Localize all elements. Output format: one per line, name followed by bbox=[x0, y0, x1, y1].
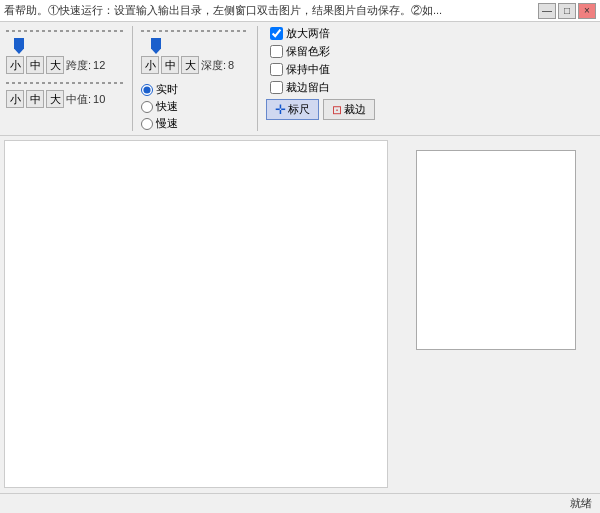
left-canvas[interactable] bbox=[4, 140, 388, 488]
middle-large-btn[interactable]: 大 bbox=[46, 90, 64, 108]
middle-value: 10 bbox=[93, 93, 105, 105]
radio-fast[interactable] bbox=[141, 101, 153, 113]
radio-realtime[interactable] bbox=[141, 84, 153, 96]
title-bar: 看帮助。①快速运行：设置输入输出目录，左侧窗口双击图片，结果图片自动保存。②如.… bbox=[0, 0, 600, 22]
depth-small-btn[interactable]: 小 bbox=[141, 56, 159, 74]
right-canvas-panel bbox=[396, 140, 596, 488]
separator-2 bbox=[257, 26, 258, 131]
radio-slow-row: 慢速 bbox=[141, 116, 249, 131]
speed-radio-group: 实时 快速 慢速 bbox=[141, 82, 249, 131]
separator-1 bbox=[132, 26, 133, 131]
title-controls: — □ × bbox=[538, 3, 596, 19]
middle-medium-btn[interactable]: 中 bbox=[26, 90, 44, 108]
check-median-label: 保持中值 bbox=[286, 62, 330, 77]
radio-realtime-row: 实时 bbox=[141, 82, 249, 97]
left-canvas-panel bbox=[4, 140, 388, 488]
checkbox-group: 放大两倍 保留色彩 保持中值 裁边留白 bbox=[270, 26, 370, 95]
depth-value: 8 bbox=[228, 59, 234, 71]
middle-label: 中值: bbox=[66, 92, 91, 107]
status-bar: 就绪 bbox=[0, 493, 600, 513]
action-buttons: ✛ 标尺 ⊡ 裁边 bbox=[266, 99, 375, 120]
title-text: 看帮助。①快速运行：设置输入输出目录，左侧窗口双击图片，结果图片自动保存。②如.… bbox=[4, 3, 538, 18]
depth-section: 小 中 大 深度: 8 实时 快速 慢速 bbox=[141, 26, 249, 131]
ruler-button[interactable]: ✛ 标尺 bbox=[266, 99, 319, 120]
crop-icon: ⊡ bbox=[332, 103, 342, 117]
middle-small-btn[interactable]: 小 bbox=[6, 90, 24, 108]
width-value: 12 bbox=[93, 59, 105, 71]
radio-slow[interactable] bbox=[141, 118, 153, 130]
radio-slow-label: 慢速 bbox=[156, 116, 178, 131]
radio-fast-row: 快速 bbox=[141, 99, 249, 114]
check-double[interactable] bbox=[270, 27, 283, 40]
check-double-label: 放大两倍 bbox=[286, 26, 330, 41]
width-label: 跨度: bbox=[66, 58, 91, 73]
check-color[interactable] bbox=[270, 45, 283, 58]
minimize-button[interactable]: — bbox=[538, 3, 556, 19]
main-content bbox=[0, 136, 600, 492]
depth-large-btn[interactable]: 大 bbox=[181, 56, 199, 74]
check-crop[interactable] bbox=[270, 81, 283, 94]
check-color-label: 保留色彩 bbox=[286, 44, 330, 59]
ruler-label: 标尺 bbox=[288, 102, 310, 117]
ruler-icon: ✛ bbox=[275, 102, 286, 117]
crop-button[interactable]: ⊡ 裁边 bbox=[323, 99, 375, 120]
width-section: 小 中 大 跨度: 12 小 中 大 中值: 10 bbox=[6, 26, 124, 108]
check-color-row: 保留色彩 bbox=[270, 44, 370, 59]
check-crop-row: 裁边留白 bbox=[270, 80, 370, 95]
options-section: 放大两倍 保留色彩 保持中值 裁边留白 ✛ 标尺 ⊡ 裁边 bbox=[266, 26, 375, 120]
maximize-button[interactable]: □ bbox=[558, 3, 576, 19]
close-button[interactable]: × bbox=[578, 3, 596, 19]
radio-fast-label: 快速 bbox=[156, 99, 178, 114]
width-large-btn[interactable]: 大 bbox=[46, 56, 64, 74]
check-median-row: 保持中值 bbox=[270, 62, 370, 77]
check-median[interactable] bbox=[270, 63, 283, 76]
right-canvas[interactable] bbox=[416, 150, 576, 350]
width-small-btn[interactable]: 小 bbox=[6, 56, 24, 74]
width-medium-btn[interactable]: 中 bbox=[26, 56, 44, 74]
check-double-row: 放大两倍 bbox=[270, 26, 370, 41]
status-text: 就绪 bbox=[570, 496, 592, 511]
crop-label: 裁边 bbox=[344, 102, 366, 117]
depth-label: 深度: bbox=[201, 58, 226, 73]
depth-medium-btn[interactable]: 中 bbox=[161, 56, 179, 74]
radio-realtime-label: 实时 bbox=[156, 82, 178, 97]
toolbar: 小 中 大 跨度: 12 小 中 大 中值: 10 小 中 bbox=[0, 22, 600, 136]
check-crop-label: 裁边留白 bbox=[286, 80, 330, 95]
